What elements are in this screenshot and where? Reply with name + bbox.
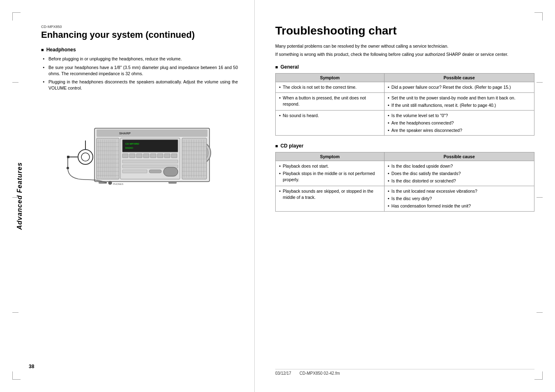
intro-text-1: Many potential problems can be resolved … — [275, 43, 534, 50]
cd-symptom-1: Playback does not start. Playback stops … — [276, 161, 385, 186]
general-symptom-header: Symptom — [276, 74, 385, 82]
svg-rect-69 — [168, 182, 177, 184]
left-column: Advanced Features CD-MPX850 Enhancing yo… — [0, 0, 255, 392]
svg-rect-39 — [164, 154, 170, 158]
svg-rect-41 — [122, 160, 178, 163]
intro-text-2: If something is wrong with this product,… — [275, 51, 534, 58]
general-cause-2: Set the unit to the power stand-by mode … — [384, 92, 534, 110]
right-column: Troubleshooting chart Many potential pro… — [255, 0, 555, 392]
svg-rect-36 — [143, 154, 149, 158]
general-symptom-2: When a button is pressed, the unit does … — [276, 92, 385, 110]
bullet-1: Before plugging in or unplugging the hea… — [43, 56, 238, 62]
svg-rect-43 — [122, 170, 147, 173]
general-section-title: General — [275, 64, 534, 70]
cd-symptom-2: Playback sounds are skipped, or stopped … — [276, 186, 385, 211]
bullet-3: Plugging in the headphones disconnects t… — [43, 79, 238, 91]
general-symptom-1-bullet: The clock is not set to the correct time… — [279, 84, 381, 90]
footer: 03/12/17 CD-MPX850 02-42.fm — [275, 371, 534, 376]
general-symptom-3: No sound is heard. — [276, 111, 385, 136]
general-symptom-2-bullet: When a button is pressed, the unit does … — [279, 95, 381, 107]
svg-point-0 — [78, 150, 93, 164]
svg-rect-30 — [122, 140, 178, 152]
general-cause-3-bullet-3: Are the speaker wires disconnected? — [388, 127, 531, 134]
svg-text:SHARP: SHARP — [119, 131, 131, 135]
general-cause-1-bullet: Did a power failure occur? Reset the clo… — [388, 84, 531, 90]
cd-cause-header: Possible cause — [384, 152, 534, 161]
cd-symptom-1-bullet-2: Playback stops in the middle or is not p… — [279, 171, 381, 182]
cd-cause-2-bullet-3: Has condensation formed inside the unit? — [388, 203, 531, 209]
general-table: Symptom Possible cause The clock is not … — [275, 73, 534, 136]
svg-rect-34 — [129, 154, 135, 158]
general-symptom-1: The clock is not set to the correct time… — [276, 82, 385, 93]
svg-rect-40 — [171, 154, 177, 158]
svg-text:RADIO: RADIO — [125, 147, 133, 149]
svg-text:CD-MPX850: CD-MPX850 — [125, 143, 139, 145]
general-row-3: No sound is heard. Is the volume level s… — [276, 111, 534, 136]
device-illustration: SHARP — [66, 104, 214, 186]
svg-rect-45 — [164, 167, 178, 176]
general-cause-2-bullet-2: If the unit still malfunctions, reset it… — [388, 102, 531, 108]
general-row-2: When a button is pressed, the unit does … — [276, 92, 534, 110]
svg-text:PHONES: PHONES — [113, 183, 123, 185]
svg-rect-38 — [157, 154, 163, 158]
general-cause-1: Did a power failure occur? Reset the clo… — [384, 82, 534, 93]
svg-rect-4 — [67, 156, 69, 158]
cd-section-title: CD player — [275, 143, 534, 149]
cd-symptom-2-bullet-1: Playback sounds are skipped, or stopped … — [279, 188, 381, 200]
left-section-title: Enhancing your system (continued) — [41, 30, 238, 40]
headphones-bullets: Before plugging in or unplugging the hea… — [43, 56, 238, 91]
svg-rect-33 — [122, 154, 128, 158]
svg-rect-35 — [136, 154, 142, 158]
svg-rect-10 — [97, 138, 119, 179]
cd-cause-2: Is the unit located near excessive vibra… — [384, 186, 534, 211]
cd-table: Symptom Possible cause Playback does not… — [275, 152, 534, 211]
cd-row-1: Playback does not start. Playback stops … — [276, 161, 534, 186]
general-symptom-3-bullet: No sound is heard. — [279, 113, 381, 119]
general-cause-3-bullet-1: Is the volume level set to "0"? — [388, 113, 531, 119]
model-label: CD-MPX850 — [41, 25, 238, 29]
footer-file: CD-MPX850 02-42.fm — [299, 371, 340, 376]
footer-date: 03/12/17 — [275, 371, 291, 376]
svg-rect-49 — [182, 138, 207, 179]
cd-cause-1: Is the disc loaded upside down? Does the… — [384, 161, 534, 186]
general-cause-2-bullet-1: Set the unit to the power stand-by mode … — [388, 95, 531, 101]
general-cause-3: Is the volume level set to "0"? Are the … — [384, 111, 534, 136]
general-cause-header: Possible cause — [384, 74, 534, 82]
svg-rect-44 — [149, 170, 161, 173]
headphones-subsection-title: Headphones — [41, 47, 238, 53]
bullet-2: Be sure your headphones have a 1/8" (3.5… — [43, 65, 238, 76]
svg-rect-8 — [97, 129, 207, 137]
cd-row-2: Playback sounds are skipped, or stopped … — [276, 186, 534, 211]
page: Advanced Features CD-MPX850 Enhancing yo… — [0, 0, 555, 392]
main-title: Troubleshooting chart — [275, 25, 534, 37]
cd-cause-1-bullet-1: Is the disc loaded upside down? — [388, 163, 531, 169]
svg-point-71 — [108, 181, 112, 184]
svg-point-1 — [81, 153, 90, 161]
device-image: SHARP — [41, 99, 238, 190]
vertical-label: Advanced Features — [16, 162, 23, 230]
cd-cause-1-bullet-2: Does the disc satisfy the standards? — [388, 171, 531, 177]
page-number: 38 — [29, 364, 34, 369]
cd-symptom-header: Symptom — [276, 152, 385, 161]
footer-divider — [275, 369, 534, 369]
cd-cause-2-bullet-2: Is the disc very dirty? — [388, 196, 531, 202]
svg-rect-37 — [150, 154, 156, 158]
cd-symptom-1-bullet-1: Playback does not start. — [279, 163, 381, 169]
general-cause-3-bullet-2: Are the headphones connected? — [388, 120, 531, 126]
cd-cause-2-bullet-1: Is the unit located near excessive vibra… — [388, 188, 531, 194]
cd-cause-1-bullet-3: Is the disc distorted or scratched? — [388, 178, 531, 184]
left-content: CD-MPX850 Enhancing your system (continu… — [41, 25, 238, 190]
general-row-1: The clock is not set to the correct time… — [276, 82, 534, 93]
